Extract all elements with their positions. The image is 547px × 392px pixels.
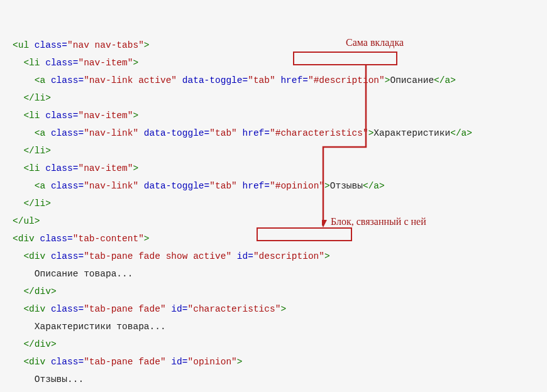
code-token: "#characteristics" xyxy=(270,128,368,138)
code-token: class= xyxy=(40,111,79,121)
code-token: class= xyxy=(40,58,79,68)
code-token: "tab-pane fade" xyxy=(84,357,166,367)
code-token: class= xyxy=(45,181,84,191)
annotation-bottom: Блок, связанный с ней xyxy=(331,213,426,231)
code-token: </li> xyxy=(23,146,51,156)
code-token: </a> xyxy=(450,128,472,138)
code-token: </div> xyxy=(23,339,56,349)
code-token: <li xyxy=(23,111,40,121)
code-token: > xyxy=(324,181,330,191)
code-token: > xyxy=(324,251,330,261)
code-token: data-toggle= xyxy=(177,75,248,85)
code-token: href= xyxy=(237,128,270,138)
code-token: class= xyxy=(40,163,79,173)
code-token: > xyxy=(133,163,138,173)
code-token: "nav-link active" xyxy=(84,75,177,85)
code-token: > xyxy=(144,40,150,50)
code-token: "tab" xyxy=(209,128,237,138)
code-token: id= xyxy=(166,304,188,314)
code-token: "#description" xyxy=(308,75,385,85)
code-token: data-toggle= xyxy=(138,181,209,191)
code-token: <li xyxy=(23,163,40,173)
code-token: Характеристики товара... xyxy=(35,322,166,332)
code-token: Описание xyxy=(390,75,434,85)
code-token: > xyxy=(133,58,138,68)
code-token: <div xyxy=(23,251,45,261)
code-token: > xyxy=(133,111,138,121)
code-token: "opinion" xyxy=(187,357,236,367)
code-token: "nav-link" xyxy=(84,181,138,191)
code-token: > xyxy=(280,304,286,314)
annotation-top: Сама вкладка xyxy=(346,34,404,52)
code-token: class= xyxy=(45,357,84,367)
code-token: class= xyxy=(45,75,84,85)
code-token: </li> xyxy=(23,199,51,209)
code-block: <ul class="nav nav-tabs"> <li class="nav… xyxy=(13,19,472,392)
code-token: class= xyxy=(45,128,84,138)
code-token: class= xyxy=(29,40,67,50)
code-token: "#opinion" xyxy=(270,181,324,191)
code-token: </a> xyxy=(363,181,385,191)
code-token: Отзывы... xyxy=(35,374,84,384)
code-token: href= xyxy=(275,75,308,85)
code-token: <a xyxy=(35,75,45,85)
code-token: > xyxy=(144,234,150,244)
code-token: "nav-link" xyxy=(84,128,138,138)
code-token: </ul> xyxy=(13,216,40,226)
code-token: <a xyxy=(35,181,45,191)
code-token: "tab" xyxy=(209,181,237,191)
code-token: "description" xyxy=(253,251,324,261)
code-token: </div> xyxy=(23,286,56,297)
code-token: class= xyxy=(35,234,73,244)
code-token: "tab-pane fade" xyxy=(84,304,166,314)
code-token: <div xyxy=(23,357,45,367)
code-token: "nav-item" xyxy=(78,58,133,68)
code-token: class= xyxy=(45,304,84,314)
code-token: <ul xyxy=(13,40,29,50)
code-token: data-toggle= xyxy=(138,128,209,138)
code-token: id= xyxy=(166,357,188,367)
code-token: "nav-item" xyxy=(78,111,133,121)
code-token: <a xyxy=(35,128,45,138)
code-token: Отзывы xyxy=(330,181,363,191)
code-token: Описание товара... xyxy=(35,269,133,279)
code-token: > xyxy=(237,357,243,367)
code-token: "nav nav-tabs" xyxy=(67,40,144,50)
code-token: "tab" xyxy=(248,75,275,85)
code-token: Характеристики xyxy=(373,128,450,138)
code-token: <div xyxy=(13,234,35,244)
code-token: id= xyxy=(231,251,253,261)
code-token: "tab-content" xyxy=(73,234,144,244)
code-token: </a> xyxy=(434,75,456,85)
code-token: class= xyxy=(45,251,84,261)
code-token: <li xyxy=(23,58,40,68)
code-token: <div xyxy=(23,304,45,314)
code-token: "nav-item" xyxy=(78,163,133,173)
code-token: "characteristics" xyxy=(187,304,280,314)
code-token: </li> xyxy=(23,93,51,103)
code-token: "tab-pane fade show active" xyxy=(84,251,231,261)
code-token: href= xyxy=(237,181,270,191)
